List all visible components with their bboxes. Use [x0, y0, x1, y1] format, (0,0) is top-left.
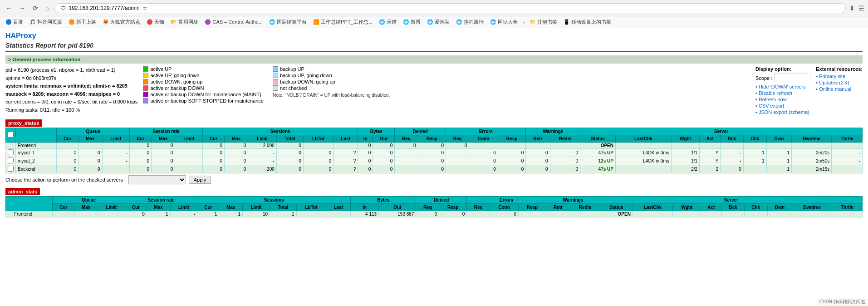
- json-export-link[interactable]: • JSON export (schema): [755, 109, 810, 115]
- admin-frontend-e-conn: 0: [490, 211, 519, 217]
- backend-sr-max: 0: [152, 165, 175, 173]
- mycat2-e-resp: 0: [498, 157, 525, 165]
- th-w-redis: Redis: [550, 135, 580, 143]
- bookmark-newbie[interactable]: 🟠 新手上路: [67, 18, 98, 26]
- frontend-q-lim: [102, 143, 129, 149]
- th-b-out: Out: [373, 135, 395, 143]
- admin-th-name: [12, 197, 53, 211]
- mycat1-q-max: 0: [78, 149, 102, 157]
- bookmark-tmall[interactable]: 🔴 天猫: [145, 18, 166, 26]
- admin-stats-section: admin_stats Queue Session rate Sessions …: [5, 188, 863, 217]
- frontend-s-max: 0: [225, 143, 248, 149]
- backend-e-conn: 0: [469, 165, 498, 173]
- refresh-now-link[interactable]: • Refresh now: [755, 97, 810, 102]
- legend-right: backup UP backup UP, going down backup D…: [273, 66, 390, 116]
- bookmark-mobile[interactable]: 📱 移动设备上的书签: [562, 18, 613, 26]
- mycat1-s-max: 0: [225, 149, 248, 157]
- admin-frontend-s-cur: 1: [197, 211, 219, 217]
- backend-status: 47s UP: [580, 165, 616, 173]
- th-e-req: Req: [446, 135, 469, 143]
- table-row: mycat_2 0 0 - 0 0 0 0 - 0 0 ? 0 0 0: [6, 157, 863, 165]
- admin-frontend-d-resp: 0: [439, 211, 467, 217]
- mycat1-checkbox[interactable]: [8, 149, 14, 155]
- backend-checkbox[interactable]: [8, 166, 14, 172]
- admin-th-s-lbtot: LbTot: [296, 204, 326, 211]
- general-section-header[interactable]: > General process information: [5, 55, 863, 64]
- backend-checkbox-cell[interactable]: [6, 165, 16, 173]
- bookmark-douyin[interactable]: 🎵 抖音网页版: [28, 18, 64, 26]
- admin-frontend-name: Frontend: [12, 211, 53, 217]
- csv-export-link[interactable]: • CSV export: [755, 103, 810, 109]
- bookmark-other[interactable]: 📁 其他书签: [528, 18, 559, 26]
- mycat2-checkbox-cell[interactable]: [6, 157, 16, 165]
- forward-button[interactable]: →: [17, 4, 27, 13]
- th-d-req: Req: [395, 135, 418, 143]
- bookmark-common[interactable]: 📂 常用网址: [169, 18, 200, 26]
- admin-th-status: Status: [600, 204, 633, 211]
- bookmark-cas[interactable]: 🟣 CAS – Central Authe...: [203, 19, 265, 25]
- reload-button[interactable]: ⟳: [31, 4, 40, 13]
- apply-button[interactable]: Apply: [189, 176, 211, 184]
- scope-input[interactable]: [774, 74, 810, 82]
- home-button[interactable]: ⌂: [44, 4, 51, 13]
- frontend-q-cur: [57, 143, 78, 149]
- bookmark-nav[interactable]: 🌐 网址大全: [488, 18, 520, 26]
- maxsock-line: maxsock = 8209; maxconn = 4096; maxpipes…: [5, 90, 137, 99]
- bookmark-baidu[interactable]: 🔵 百度: [4, 18, 25, 26]
- disable-refresh-link[interactable]: • Disable refresh: [755, 90, 810, 96]
- process-info: pid = 8190 (process #1, nbproc = 1, nbth…: [5, 66, 137, 116]
- mycat1-e-conn: 0: [469, 149, 498, 157]
- backend-e-resp: 0: [498, 165, 525, 173]
- th-s-last: Last: [333, 135, 358, 143]
- bookmark-firefox[interactable]: 🦊 火狐官方站点: [101, 18, 142, 26]
- admin-th-q-cur: Cur: [53, 204, 74, 211]
- table-row: Frontend 0 1 - 1 1 10 1 4 113 153 887 0: [6, 211, 863, 217]
- mycat2-w-retr: 0: [526, 157, 550, 165]
- backend-s-tot: 0: [276, 165, 303, 173]
- page-content: HAProxy Statistics Report for pid 8190 >…: [0, 28, 868, 225]
- mycat1-act: Y: [700, 149, 721, 157]
- mycat2-checkbox[interactable]: [8, 158, 14, 163]
- th-dwntme: Dwntme: [792, 135, 832, 143]
- mycat1-q-cur: 0: [57, 149, 78, 157]
- back-button[interactable]: ←: [4, 4, 14, 13]
- security-icon: 🛡: [60, 5, 66, 11]
- backend-q-max: 0: [78, 165, 102, 173]
- mycat1-name: mycat_1: [16, 149, 57, 157]
- bookmark-taobao[interactable]: 🌐 爱淘宝: [425, 18, 451, 26]
- bookmark-weibo[interactable]: 🌐 微博: [401, 18, 422, 26]
- updates-link[interactable]: • Updates (2.4): [816, 80, 863, 85]
- mycat1-e-req: [446, 149, 469, 157]
- bookmark-intl[interactable]: 🌐 国际结算平台: [267, 18, 309, 26]
- backend-d-resp: 0: [418, 165, 446, 173]
- admin-th-d-resp: Resp: [439, 204, 467, 211]
- mycat2-status: 12s UP: [580, 157, 616, 165]
- backend-s-max: 0: [225, 165, 248, 173]
- backend-lastchk: [615, 165, 671, 173]
- bookmark-ctrip[interactable]: 🌐 携程旅行: [454, 18, 485, 26]
- backend-b-out: 0: [373, 165, 395, 173]
- backend-dwntme: 2m15s: [792, 165, 832, 173]
- online-manual-link[interactable]: • Online manual: [816, 86, 863, 92]
- backend-name: Backend: [16, 165, 57, 173]
- bookmark-ppt[interactable]: 🟧 工作总结PPT_工作总...: [311, 18, 374, 26]
- mycat2-dwn: 1: [766, 157, 791, 165]
- primary-site-link[interactable]: • Primary site: [816, 74, 863, 79]
- mycat1-lastchk: L4OK in 0ms: [615, 149, 671, 157]
- admin-th-q-max: Max: [74, 204, 98, 211]
- select-all-checkbox[interactable]: [8, 132, 14, 138]
- th-q-lim: Limit: [102, 135, 129, 143]
- table-row: mycat_1 0 0 - 0 0 0 0 - 0 0 ? 0 0 0: [6, 149, 863, 157]
- admin-table-header-row-1: Queue Session rate Sessions Bytes Denied…: [6, 197, 863, 204]
- mycat1-checkbox-cell[interactable]: [6, 149, 16, 157]
- backend-act: 2: [700, 165, 721, 173]
- frontend-bck: [721, 143, 743, 149]
- download-icon: ⬇: [849, 5, 855, 12]
- hide-down-link[interactable]: • Hide 'DOWN' servers: [755, 84, 810, 89]
- admin-th-session-rate: Session rate: [125, 197, 197, 204]
- bookmark-tmall2[interactable]: 🌐 天猫: [377, 18, 398, 26]
- frontend-s-cur: 0: [202, 143, 224, 149]
- action-select[interactable]: Drain Ready Maint Shutdown Sessions: [128, 175, 186, 184]
- mycat1-q-lim: -: [102, 149, 129, 157]
- address-bar[interactable]: 🛡 192.168.201.129:7777/admin ☆: [54, 3, 846, 13]
